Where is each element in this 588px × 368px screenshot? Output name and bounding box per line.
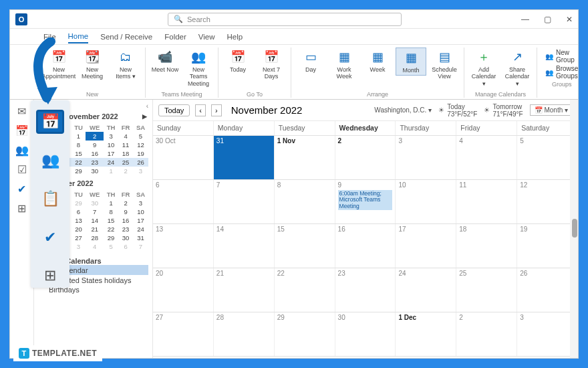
menu-folder[interactable]: Folder [164,33,186,41]
calendar-cell[interactable]: 1 Dec [396,312,456,356]
search-icon: 🔍 [174,15,183,23]
video-icon: 📹 [157,49,173,65]
weather-tomorrow: ☀Tomorrow71°F/49°F [484,103,523,118]
next-month-icon[interactable]: ▶ [142,113,147,120]
meeting-icon: 📆 [84,49,100,65]
peek-clipboard-icon[interactable]: 📋 [36,187,64,211]
calendar-cell[interactable]: 28 [214,312,275,356]
week-icon: 📅 [263,49,279,65]
scrollbar[interactable] [570,100,578,358]
calendar-cell[interactable]: 6 [153,180,214,223]
calendar-cell[interactable]: 2 [456,312,517,356]
goto-today-button[interactable]: 📅Today [223,48,253,74]
close-button[interactable]: ✕ [566,15,573,24]
peek-apps-icon[interactable]: ⊞ [36,264,64,288]
calendar-cell[interactable]: 21 [214,268,275,312]
sun-icon: ☀ [438,106,444,114]
calendar-cell[interactable]: 19 [517,224,578,268]
maximize-button[interactable]: ▢ [544,15,551,24]
calendar-cell[interactable]: 8 [275,180,335,223]
view-week-button[interactable]: ▦Week [362,48,393,74]
calendar-cell[interactable]: 20 [153,268,214,312]
calendar-cell[interactable]: 25 [456,268,517,312]
calendar-cell[interactable]: 7 [214,180,275,223]
ribbon-group-teams: Teams Meeting [161,91,202,98]
calendar-cell[interactable]: 14 [214,224,275,268]
calendar-cell[interactable]: 22 [275,268,335,312]
calendar-cell[interactable]: 1 Nov [275,136,335,179]
calendar-cell[interactable]: 3 [517,312,578,356]
next-button[interactable]: › [211,104,222,116]
minimize-button[interactable]: ― [521,15,529,24]
calendar-cell[interactable]: 15 [275,224,335,268]
calendar-event[interactable]: 6:00am Meeting; Microsoft Teams Meeting [338,190,393,210]
calendar-cell[interactable]: 17 [396,224,456,268]
group-icon: 👥 [545,53,553,60]
rail-people-icon[interactable]: 👥 [15,144,29,157]
ribbon-group-groups: Groups [552,81,572,88]
view-dropdown[interactable]: 📅 Month ▾ [530,104,573,116]
menu-help[interactable]: Help [227,33,243,41]
menu-send-receive[interactable]: Send / Receive [100,33,152,41]
calendar-cell[interactable]: 96:00am Meeting; Microsoft Teams Meeting [335,180,396,223]
calendar-cell[interactable]: 11 [456,180,517,223]
outlook-logo-icon: O [15,13,27,25]
calendar-cell[interactable]: 16 [335,224,396,268]
calendar-cell[interactable]: 4 [456,136,517,179]
peek-calendar-icon[interactable]: 📅 [36,110,64,134]
rail-tasks-icon[interactable]: ☑ [17,163,27,176]
ribbon-group-arrange: Arrange [367,91,388,98]
rail-calendar-icon[interactable]: 📅 [15,124,29,137]
new-items-button[interactable]: 🗂New Items ▾ [110,48,141,82]
view-day-button[interactable]: ▭Day [295,48,326,74]
calendar-cell[interactable]: 24 [396,268,456,312]
callout-arrow [24,37,61,111]
calendar-cell[interactable]: 3 [396,136,456,179]
rail-todo-icon[interactable]: ✔ [17,183,26,195]
mini-cal-1-title: November 2022 [63,112,118,120]
calendar-cell[interactable]: 27 [153,312,214,356]
sun-icon: ☀ [484,106,490,114]
calendar-cell[interactable]: 23 [335,268,396,312]
search-input[interactable]: 🔍 Search [168,13,402,26]
search-placeholder: Search [187,15,210,23]
rail-apps-icon[interactable]: ⊞ [17,202,26,215]
meet-now-button[interactable]: 📹Meet Now [150,48,180,74]
calendar-cell[interactable]: 2 [335,136,396,179]
peek-people-icon[interactable]: 👥 [36,149,64,172]
calendar-cell[interactable]: 30 Oct [153,136,214,179]
month-icon: ▦ [403,50,419,66]
menu-home[interactable]: Home [68,32,89,43]
calendar-cell[interactable]: 31 [214,136,275,179]
calendar-cell[interactable]: 10 [396,180,456,223]
view-month-button[interactable]: ▦Month [396,48,426,76]
new-group-button[interactable]: 👥New Group [545,49,578,64]
calendar-cell[interactable]: 5 [517,136,578,179]
add-calendar-button[interactable]: ＋Add Calendar ▾ [468,48,499,88]
today-button[interactable]: Today [158,104,190,116]
next-7-days-button[interactable]: 📅Next 7 Days [256,48,287,82]
view-workweek-button[interactable]: ▦Work Week [329,48,359,82]
prev-button[interactable]: ‹ [195,104,206,116]
schedule-view-button[interactable]: ▤Schedule View [429,48,460,82]
location-dropdown[interactable]: Washington, D.C. ▾ [374,106,432,114]
browse-groups-button[interactable]: 👥Browse Groups [545,65,578,80]
calendar-cell[interactable]: 30 [335,312,396,356]
weather-today: ☀Today73°F/52°F [438,103,477,118]
schedule-icon: ▤ [436,49,452,65]
calendar-cell[interactable]: 18 [456,224,517,268]
today-icon: 📅 [230,49,246,65]
watermark: TTEMPLATE.NET [13,345,102,361]
new-meeting-button[interactable]: 📆New Meeting [77,48,108,82]
scroll-thumb[interactable] [572,219,577,238]
new-teams-meeting-button[interactable]: 👥New Teams Meeting [183,48,214,88]
plus-icon: ＋ [476,49,492,65]
peek-todo-icon[interactable]: ✔ [36,225,64,249]
teams-icon: 👥 [190,49,206,65]
calendar-cell[interactable]: 29 [275,312,335,356]
menu-view[interactable]: View [198,33,215,41]
share-calendar-button[interactable]: ↗Share Calendar ▾ [502,48,533,88]
calendar-cell[interactable]: 26 [517,268,578,312]
calendar-cell[interactable]: 13 [153,224,214,268]
calendar-cell[interactable]: 12 [517,180,578,223]
